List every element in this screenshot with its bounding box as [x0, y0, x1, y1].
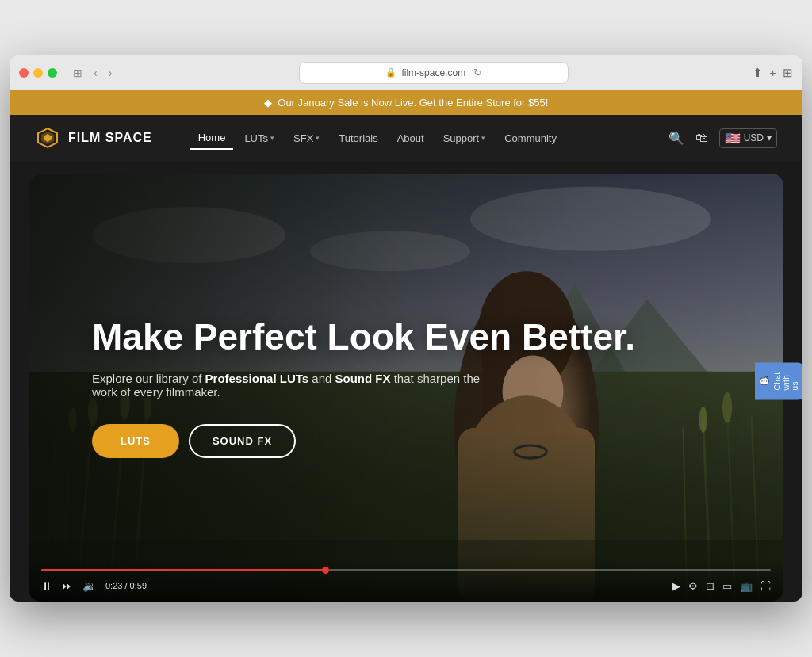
share-icon[interactable]: ⬆ [753, 66, 763, 80]
luts-button[interactable]: LUTS [92, 424, 179, 458]
chat-label: Chat with us [773, 372, 799, 390]
settings-icon[interactable]: ⚙ [688, 580, 698, 592]
cart-icon[interactable]: 🛍 [695, 131, 708, 145]
grid-icon[interactable]: ⊞ [783, 66, 793, 80]
browser-actions: ⬆ + ⊞ [753, 66, 793, 80]
progress-fill [41, 569, 326, 571]
hero-content: Make Perfect Look Even Better. Explore o… [29, 174, 783, 602]
browser-window: ⊞ ‹ › 🔒 film-space.com ↻ ⬆ + ⊞ ◆ Our Jan… [10, 55, 802, 602]
diamond-icon: ◆ [264, 97, 272, 109]
nav-label-tutorials: Tutorials [339, 132, 377, 144]
minimize-button[interactable] [33, 68, 43, 78]
play-circle-icon[interactable]: ▶ [672, 580, 680, 592]
nav-item-tutorials[interactable]: Tutorials [331, 128, 385, 149]
announcement-bar: ◆ Our January Sale is Now Live. Get the … [10, 90, 802, 115]
browser-controls: ⊞ ‹ › [70, 65, 115, 81]
currency-chevron: ▾ [767, 132, 772, 143]
miniplayer-icon[interactable]: ▭ [722, 580, 732, 592]
nav-item-community[interactable]: Community [496, 128, 565, 149]
time-current: 0:23 [105, 581, 122, 590]
volume-button[interactable]: 🔉 [82, 579, 96, 592]
controls-left: ⏸ ⏭ 🔉 0:23 / 0:59 [41, 579, 147, 592]
url-text: film-space.com [401, 67, 465, 78]
fullscreen-icon[interactable]: ⛶ [760, 580, 771, 592]
subtitle-mid: and [308, 372, 335, 385]
address-bar-area: 🔒 film-space.com ↻ [121, 62, 746, 84]
lock-icon: 🔒 [385, 67, 396, 78]
window-icon[interactable]: ⊞ [70, 65, 86, 81]
traffic-lights [19, 68, 57, 78]
maximize-button[interactable] [48, 68, 57, 78]
hero-section: Make Perfect Look Even Better. Explore o… [10, 161, 802, 602]
forward-button[interactable]: › [105, 65, 116, 81]
next-button[interactable]: ⏭ [62, 579, 73, 592]
nav-item-home[interactable]: Home [190, 127, 234, 150]
search-icon[interactable]: 🔍 [668, 131, 684, 146]
video-container: Make Perfect Look Even Better. Explore o… [29, 174, 783, 602]
browser-titlebar: ⊞ ‹ › 🔒 film-space.com ↻ ⬆ + ⊞ [10, 55, 802, 90]
nav-item-luts[interactable]: LUTs ▾ [236, 128, 282, 149]
chat-widget[interactable]: 💬 Chat with us [755, 362, 802, 399]
currency-label: USD [744, 132, 764, 143]
nav-label-about: About [397, 132, 424, 144]
nav-label-luts: LUTs [244, 132, 268, 144]
soundfx-button[interactable]: SOUND FX [189, 424, 296, 458]
chevron-down-icon-support: ▾ [481, 134, 485, 142]
hero-title: Make Perfect Look Even Better. [92, 317, 635, 357]
controls-right: ▶ ⚙ ⊡ ▭ 📺 ⛶ [672, 580, 771, 592]
nav-links: Home LUTs ▾ SFX ▾ Tutorials About Suppor [190, 127, 668, 150]
nav-right: 🔍 🛍 🇺🇸 USD ▾ [668, 128, 777, 148]
logo-text: FILM SPACE [68, 131, 152, 145]
subtitle-bold1: Professional LUTs [205, 372, 309, 385]
new-tab-icon[interactable]: + [769, 66, 776, 79]
nav-item-sfx[interactable]: SFX ▾ [285, 128, 327, 149]
logo-icon [35, 125, 60, 151]
pause-button[interactable]: ⏸ [41, 579, 52, 592]
hero-canvas: Make Perfect Look Even Better. Explore o… [29, 174, 783, 602]
progress-bar[interactable] [41, 569, 771, 571]
hero-subtitle: Explore our library of Professional LUTs… [92, 372, 488, 399]
subtitle-pre: Explore our library of [92, 372, 205, 385]
controls-row: ⏸ ⏭ 🔉 0:23 / 0:59 ▶ [41, 579, 771, 592]
chat-icon: 💬 [760, 376, 768, 386]
back-button[interactable]: ‹ [90, 65, 101, 81]
currency-selector[interactable]: 🇺🇸 USD ▾ [719, 128, 777, 148]
nav-label-support: Support [443, 132, 480, 144]
logo-area[interactable]: FILM SPACE [35, 125, 152, 151]
video-controls: ⏸ ⏭ 🔉 0:23 / 0:59 ▶ [29, 556, 783, 602]
nav-item-about[interactable]: About [389, 128, 432, 149]
hero-buttons: LUTS SOUND FX [92, 424, 296, 458]
site-wrapper: ◆ Our January Sale is Now Live. Get the … [10, 90, 802, 602]
time-total: 0:59 [130, 581, 147, 590]
announcement-text: Our January Sale is Now Live. Get the En… [278, 97, 548, 109]
address-bar[interactable]: 🔒 film-space.com ↻ [299, 62, 569, 84]
pip-icon[interactable]: ⊡ [706, 580, 714, 592]
cast-icon[interactable]: 📺 [740, 580, 753, 592]
close-button[interactable] [19, 68, 29, 78]
nav-label-community: Community [504, 132, 557, 144]
refresh-icon[interactable]: ↻ [473, 67, 482, 78]
nav-label-home: Home [198, 132, 226, 143]
nav-label-sfx: SFX [293, 132, 313, 144]
time-display: 0:23 / 0:59 [105, 581, 147, 590]
nav-item-support[interactable]: Support ▾ [435, 128, 494, 149]
subtitle-bold2: Sound FX [335, 372, 391, 385]
navbar: FILM SPACE Home LUTs ▾ SFX ▾ Tutorials [10, 115, 802, 161]
flag-icon: 🇺🇸 [725, 131, 741, 146]
chevron-down-icon: ▾ [270, 134, 274, 142]
chevron-down-icon-sfx: ▾ [316, 134, 320, 142]
